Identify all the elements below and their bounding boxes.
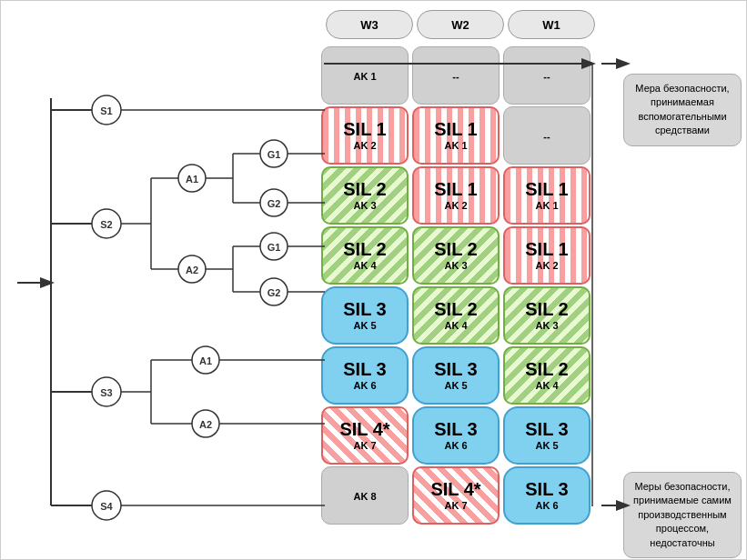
cell-small-label-r3-c2: AK 2: [535, 260, 558, 271]
cell-r7-c0: AK 8: [321, 466, 409, 525]
cell-small-label-r2-c0: AK 3: [353, 200, 376, 211]
cell-big-label-r6-c2: SIL 3: [525, 420, 568, 438]
cell-big-label-r1-c0: SIL 1: [343, 120, 386, 138]
cell-big-label-r2-c2: SIL 1: [525, 180, 568, 198]
cell-r1-c0: SIL 1AK 2: [321, 106, 409, 165]
grid-area: AK 1----SIL 1AK 2SIL 1AK 1--SIL 2AK 3SIL…: [319, 46, 597, 526]
cell-small-label-r5-c2: AK 4: [535, 380, 558, 391]
svg-text:A1: A1: [199, 355, 212, 366]
svg-text:S3: S3: [100, 387, 112, 398]
cell-big-label-r1-c1: SIL 1: [434, 120, 477, 138]
svg-point-9: [92, 209, 121, 238]
cell-r2-c1: SIL 1AK 2: [412, 166, 500, 225]
svg-point-24: [260, 140, 288, 167]
grid-row-3: SIL 2AK 4SIL 2AK 3SIL 1AK 2: [319, 226, 597, 285]
cell-r4-c2: SIL 2AK 3: [503, 286, 591, 345]
cell-r6-c2: SIL 3AK 5: [503, 406, 591, 465]
cell-big-label-r2-c1: SIL 1: [434, 180, 477, 198]
cell-small-label-r5-c1: AK 5: [444, 380, 467, 391]
grid-row-7: AK 8SIL 4*AK 7SIL 3AK 6: [319, 466, 597, 525]
cell-small-label-r7-c1: AK 7: [444, 500, 467, 511]
cell-small-label-r6-c1: AK 6: [444, 440, 467, 451]
header-w3: W3: [326, 10, 413, 39]
cell-big-label-r6-c1: SIL 3: [434, 420, 477, 438]
svg-point-13: [92, 491, 121, 520]
cell-small-label-r0-c2: --: [543, 71, 550, 82]
cell-small-label-r4-c0: AK 5: [353, 320, 376, 331]
right-label-bottom: Меры безопасности, принимаемые самим про…: [623, 472, 742, 558]
cell-small-label-r2-c2: AK 1: [535, 200, 558, 211]
svg-point-11: [92, 377, 121, 406]
cell-r7-c2: SIL 3AK 6: [503, 466, 591, 525]
cell-big-label-r5-c1: SIL 3: [434, 360, 477, 378]
svg-point-51: [192, 410, 219, 437]
header-w2: W2: [417, 10, 504, 39]
svg-text:G1: G1: [268, 149, 281, 160]
cell-r6-c1: SIL 3AK 6: [412, 406, 500, 465]
cell-r2-c0: SIL 2AK 3: [321, 166, 409, 225]
cell-small-label-r6-c2: AK 5: [535, 440, 558, 451]
cell-big-label-r2-c0: SIL 2: [343, 180, 386, 198]
grid-row-1: SIL 1AK 2SIL 1AK 1--: [319, 106, 597, 165]
svg-text:G2: G2: [268, 287, 281, 298]
cell-r0-c0: AK 1: [321, 46, 409, 105]
cell-r2-c2: SIL 1AK 1: [503, 166, 591, 225]
cell-r6-c0: SIL 4*AK 7: [321, 406, 409, 465]
svg-point-28: [260, 189, 288, 216]
cell-r0-c2: --: [503, 46, 591, 105]
cell-small-label-r7-c0: AK 8: [353, 491, 376, 502]
grid-row-0: AK 1----: [319, 46, 597, 105]
cell-small-label-r4-c2: AK 3: [535, 320, 558, 331]
grid-row-6: SIL 4*AK 7SIL 3AK 6SIL 3AK 5: [319, 406, 597, 465]
svg-point-47: [192, 346, 219, 374]
svg-text:S1: S1: [100, 105, 112, 116]
cell-r3-c2: SIL 1AK 2: [503, 226, 591, 285]
header-w1: W1: [508, 10, 595, 39]
cell-small-label-r5-c0: AK 6: [353, 380, 376, 391]
svg-point-19: [178, 165, 206, 192]
svg-text:G1: G1: [268, 242, 281, 253]
cell-r1-c2: --: [503, 106, 591, 165]
cell-big-label-r4-c1: SIL 2: [434, 300, 477, 318]
grid-row-5: SIL 3AK 6SIL 3AK 5SIL 2AK 4: [319, 346, 597, 405]
cell-r4-c0: SIL 3AK 5: [321, 286, 409, 345]
cell-r3-c1: SIL 2AK 3: [412, 226, 500, 285]
cell-small-label-r6-c0: AK 7: [353, 440, 376, 451]
cell-small-label-r3-c0: AK 4: [353, 260, 376, 271]
svg-text:A2: A2: [186, 265, 198, 275]
svg-text:A2: A2: [199, 419, 212, 430]
cell-r1-c1: SIL 1AK 1: [412, 106, 500, 165]
svg-text:G2: G2: [268, 198, 281, 209]
cell-r7-c1: SIL 4*AK 7: [412, 466, 500, 525]
cell-big-label-r4-c2: SIL 2: [525, 300, 568, 318]
cell-big-label-r5-c0: SIL 3: [343, 360, 386, 378]
cell-small-label-r1-c1: AK 1: [444, 140, 467, 151]
cell-small-label-r3-c1: AK 3: [444, 260, 467, 271]
cell-big-label-r3-c0: SIL 2: [343, 240, 386, 258]
cell-r4-c1: SIL 2AK 4: [412, 286, 500, 345]
cell-small-label-r4-c1: AK 4: [444, 320, 467, 331]
svg-text:S4: S4: [100, 501, 113, 512]
svg-point-32: [178, 255, 206, 283]
cell-r5-c0: SIL 3AK 6: [321, 346, 409, 405]
cell-small-label-r0-c0: AK 1: [353, 71, 376, 82]
svg-text:A1: A1: [186, 174, 198, 185]
cell-big-label-r3-c1: SIL 2: [434, 240, 477, 258]
cell-big-label-r3-c2: SIL 1: [525, 240, 568, 258]
svg-point-37: [260, 233, 288, 260]
column-headers: W3 W2 W1: [324, 10, 597, 39]
cell-r0-c1: --: [412, 46, 500, 105]
grid-row-2: SIL 2AK 3SIL 1AK 2SIL 1AK 1: [319, 166, 597, 225]
cell-small-label-r1-c2: --: [543, 131, 550, 142]
cell-big-label-r5-c2: SIL 2: [525, 360, 568, 378]
cell-r5-c2: SIL 2AK 4: [503, 346, 591, 405]
cell-big-label-r4-c0: SIL 3: [343, 300, 386, 318]
cell-r3-c0: SIL 2AK 4: [321, 226, 409, 285]
cell-small-label-r1-c0: AK 2: [353, 140, 376, 151]
main-container: W3 W2 W1 AK 1----SIL 1AK 2SIL 1AK 1--SIL…: [0, 0, 747, 560]
cell-big-label-r7-c1: SIL 4*: [430, 480, 480, 498]
cell-small-label-r0-c1: --: [452, 71, 459, 82]
cell-big-label-r7-c2: SIL 3: [525, 480, 568, 498]
cell-small-label-r7-c2: AK 6: [535, 500, 558, 511]
grid-row-4: SIL 3AK 5SIL 2AK 4SIL 2AK 3: [319, 286, 597, 345]
